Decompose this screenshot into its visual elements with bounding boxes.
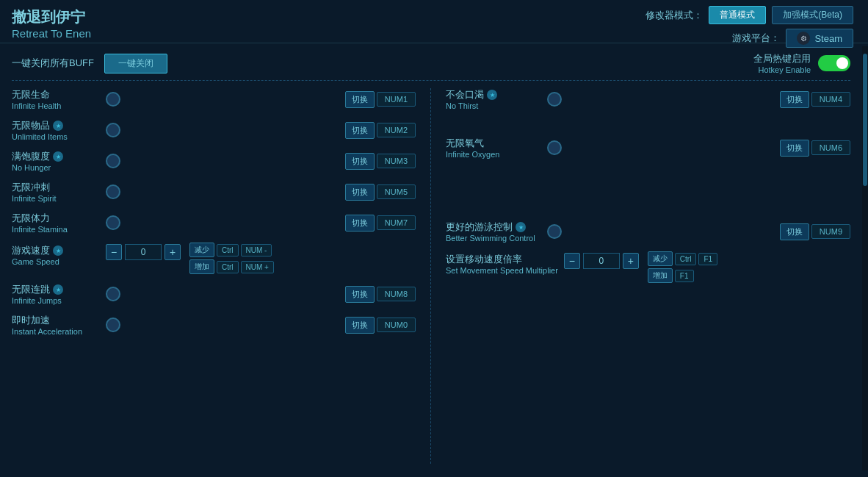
hotkey-group-health: 切换 NUM1: [345, 91, 416, 108]
feature-cn-spirit: 无限冲刺: [12, 181, 100, 194]
left-column: 无限生命 Infinite Health 切换 NUM1 无限物品 ★: [12, 88, 431, 464]
toggle-circle-hunger[interactable]: [106, 154, 120, 168]
hotkey-group-accel: 切换 NUM0: [345, 317, 416, 334]
feature-en-spirit: Infinite Spirit: [12, 194, 100, 203]
feature-en-swimming: Better Swimming Control: [446, 234, 541, 243]
feature-en-speed: Game Speed: [12, 257, 100, 266]
movement-value: 0: [583, 253, 620, 269]
star-thirst: ★: [487, 90, 497, 100]
feature-cn-jumps: 无限连跳 ★: [12, 283, 100, 296]
steam-icon: ⚙: [797, 32, 810, 45]
feature-cn-items: 无限物品 ★: [12, 119, 100, 132]
switch-btn-accel[interactable]: 切换: [345, 317, 375, 334]
key-f1-decrease: F1: [698, 253, 717, 265]
toggle-circle-jumps[interactable]: [106, 287, 120, 301]
hotkey-text-block: 全局热键启用 Hotkey Enable: [753, 52, 811, 74]
speed-num-controls: − 0 +: [106, 244, 181, 260]
feature-row-movement-speed: 设置移动速度倍率 Set Movement Speed Multiplier −…: [446, 251, 850, 283]
top-controls: 修改器模式： 普通模式 加强模式(Beta) 游戏平台： ⚙ Steam: [645, 6, 853, 48]
feature-cn-accel: 即时加速: [12, 314, 100, 327]
speed-decrease-btn[interactable]: −: [106, 244, 122, 260]
hotkey-group-spirit: 切换 NUM5: [345, 184, 416, 201]
key-ctrl-minus1: Ctrl: [217, 244, 239, 257]
feature-row-infinite-stamina: 无限体力 Infinite Stamina 切换 NUM7: [12, 212, 416, 234]
hotkey-group-oxygen: 切换 NUM6: [780, 140, 850, 157]
feature-cn-swimming: 更好的游泳控制 ★: [446, 220, 541, 234]
normal-mode-btn[interactable]: 普通模式: [709, 6, 766, 24]
speed-increase-hotkey: 增加 Ctrl NUM +: [189, 259, 274, 274]
toggle-circle-accel[interactable]: [106, 318, 120, 332]
speed-hotkey-group: 减少 Ctrl NUM - 增加 Ctrl NUM +: [189, 243, 274, 274]
toggle-circle-stamina[interactable]: [106, 215, 120, 230]
toggle-circle-items[interactable]: [106, 123, 120, 137]
hotkey-sub-label: Hotkey Enable: [753, 65, 811, 74]
feature-row-no-thirst: 不会口渴 ★ No Thirst 切换 NUM4: [446, 88, 850, 110]
feature-en-thirst: No Thirst: [446, 101, 541, 110]
switch-btn-swimming[interactable]: 切换: [780, 223, 809, 240]
hotkey-group-stamina: 切换 NUM7: [345, 215, 416, 232]
feature-cn-stamina: 无限体力: [12, 212, 100, 225]
key-ctrl-f1: Ctrl: [675, 253, 697, 265]
key-num8: NUM8: [377, 287, 416, 301]
switch-btn-hunger[interactable]: 切换: [345, 153, 375, 170]
toggle-circle-thirst[interactable]: [547, 92, 562, 107]
key-num9: NUM9: [811, 224, 850, 239]
feature-en-hunger: No Hunger: [12, 163, 100, 172]
feature-en-oxygen: Infinite Oxygen: [446, 150, 541, 159]
beta-mode-btn[interactable]: 加强模式(Beta): [772, 6, 853, 24]
feature-row-infinite-health: 无限生命 Infinite Health 切换 NUM1: [12, 88, 416, 110]
key-num-plus: NUM +: [241, 261, 274, 273]
hotkey-group-swimming: 切换 NUM9: [780, 223, 850, 240]
hotkey-toggle[interactable]: [818, 55, 850, 71]
switch-btn-oxygen[interactable]: 切换: [780, 140, 809, 157]
hotkey-group-hunger: 切换 NUM3: [345, 153, 416, 170]
feature-cn-hunger: 满饱腹度 ★: [12, 150, 100, 163]
switch-btn-jumps[interactable]: 切换: [345, 286, 375, 303]
key-num3: NUM3: [377, 154, 416, 168]
movement-decrease-label[interactable]: 减少: [648, 251, 673, 266]
feature-name-instant-accel: 即时加速 Instant Acceleration: [12, 314, 100, 336]
feature-row-unlimited-items: 无限物品 ★ Unlimited Items 切换 NUM2: [12, 119, 416, 141]
scrollbar[interactable]: [862, 46, 868, 470]
movement-increase-btn[interactable]: +: [623, 253, 639, 269]
key-num0: NUM0: [377, 318, 416, 332]
feature-en-jumps: Infinite Jumps: [12, 296, 100, 305]
feature-cn-speed: 游戏速度 ★: [12, 244, 100, 257]
switch-btn-thirst[interactable]: 切换: [780, 91, 809, 108]
toggle-knob: [836, 57, 848, 69]
one-key-button[interactable]: 一键关闭: [104, 54, 167, 73]
key-num5: NUM5: [377, 184, 416, 199]
movement-decrease-btn[interactable]: −: [564, 253, 580, 269]
movement-increase-label[interactable]: 增加: [648, 268, 673, 283]
switch-btn-stamina[interactable]: 切换: [345, 215, 375, 232]
feature-name-movement-speed: 设置移动速度倍率 Set Movement Speed Multiplier: [446, 253, 558, 275]
switch-btn-items[interactable]: 切换: [345, 122, 375, 139]
star-hunger: ★: [53, 151, 63, 162]
feature-name-no-thirst: 不会口渴 ★ No Thirst: [446, 88, 541, 110]
switch-btn-spirit[interactable]: 切换: [345, 184, 375, 201]
feature-row-infinite-spirit: 无限冲刺 Infinite Spirit 切换 NUM5: [12, 181, 416, 203]
feature-name-infinite-stamina: 无限体力 Infinite Stamina: [12, 212, 100, 234]
scrollbar-thumb[interactable]: [863, 54, 867, 186]
steam-platform-btn[interactable]: ⚙ Steam: [786, 29, 853, 48]
speed-increase-btn[interactable]: +: [164, 244, 181, 260]
hotkey-group-thirst: 切换 NUM4: [780, 91, 850, 108]
decrease-label-btn[interactable]: 减少: [189, 243, 214, 257]
switch-btn-health[interactable]: 切换: [345, 91, 375, 108]
key-num7: NUM7: [377, 215, 416, 230]
toggle-circle-spirit[interactable]: [106, 184, 120, 199]
feature-row-instant-accel: 即时加速 Instant Acceleration 切换 NUM0: [12, 314, 416, 336]
feature-name-infinite-spirit: 无限冲刺 Infinite Spirit: [12, 181, 100, 203]
increase-label-btn[interactable]: 增加: [189, 259, 214, 274]
feature-name-game-speed: 游戏速度 ★ Game Speed: [12, 244, 100, 266]
feature-cn-movement: 设置移动速度倍率: [446, 253, 558, 266]
toggle-circle-oxygen[interactable]: [547, 140, 562, 155]
feature-en-accel: Instant Acceleration: [12, 327, 100, 336]
toggle-circle-health[interactable]: [106, 92, 120, 107]
hotkey-group-jumps: 切换 NUM8: [345, 286, 416, 303]
feature-en-stamina: Infinite Stamina: [12, 225, 100, 234]
key-num4: NUM4: [811, 92, 850, 107]
key-num1: NUM1: [377, 92, 416, 107]
mode-label: 修改器模式：: [645, 9, 703, 22]
toggle-circle-swimming[interactable]: [547, 224, 562, 239]
